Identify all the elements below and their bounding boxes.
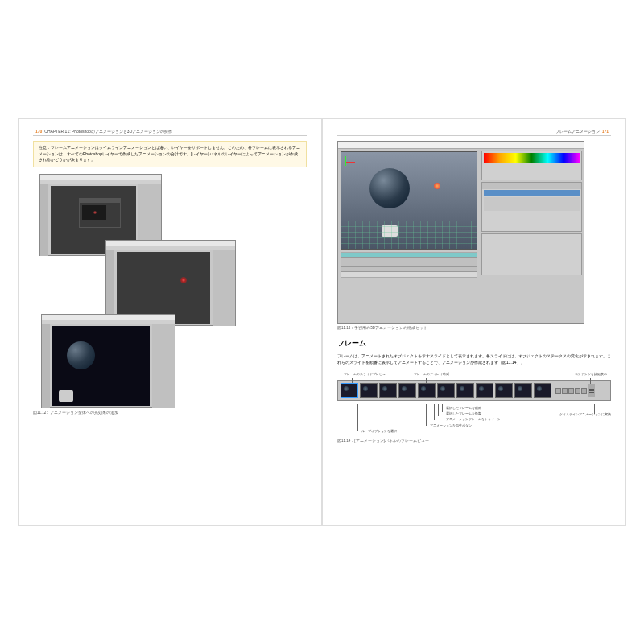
screenshot-3 xyxy=(41,314,175,408)
caption-r2: 図11.14：[アニメーション]パネルのフレームビュー xyxy=(337,439,611,443)
label-delete: 選択したフレームを削除 xyxy=(446,406,481,410)
star-icon xyxy=(434,183,440,189)
frame-thumb[interactable] xyxy=(495,383,513,398)
label-loop: ループオプションを選択 xyxy=(361,429,397,433)
axis-icon xyxy=(345,156,357,168)
frame-thumb[interactable] xyxy=(360,383,378,398)
timeline-panel xyxy=(341,252,477,278)
heading-frame: フレーム xyxy=(337,338,611,349)
frame-strip xyxy=(337,380,611,401)
body-text: フレームは、アニメートされたオブジェクトを示すスライドとして表示されます。各スラ… xyxy=(337,353,611,365)
frame-thumb[interactable] xyxy=(398,383,416,398)
page-num-right: 171 xyxy=(602,129,609,134)
screenshot-2 xyxy=(105,240,236,326)
viewport-3d xyxy=(341,151,477,250)
frame-thumb[interactable] xyxy=(476,383,493,398)
grid-icon xyxy=(341,221,477,249)
section-title: フレームアニメーション xyxy=(555,129,600,134)
label-dup: 選択したフレームを複製 xyxy=(446,411,481,415)
note-box: 注意：フレームアニメーションはタイムラインアニメーションとは違い、レイヤーをサポ… xyxy=(33,141,307,167)
frame-thumb[interactable] xyxy=(418,383,436,398)
header-right: フレームアニメーション 171 xyxy=(337,129,611,136)
label-tween: アニメーションフレームをトゥイーン xyxy=(446,417,501,421)
label-play: アニメーションを再生ボタン xyxy=(430,423,472,427)
menu-icon[interactable] xyxy=(588,384,595,397)
page-right: フレームアニメーション 171 xyxy=(323,119,625,525)
frame-thumb[interactable] xyxy=(456,383,474,398)
planet-icon xyxy=(369,168,410,208)
frame-thumb[interactable] xyxy=(437,383,455,398)
frame-thumb[interactable] xyxy=(514,383,532,398)
header-left: 170 CHAPTER 11: Photoshopのアニメーションと3Dアニメー… xyxy=(33,129,307,136)
frame-thumb[interactable] xyxy=(534,383,551,398)
label-convert: タイムラインアニメーションに変換 xyxy=(559,412,611,416)
playback-buttons[interactable] xyxy=(555,388,587,394)
chapter-title: CHAPTER 11: Photoshopのアニメーションと3Dアニメーションの… xyxy=(44,129,172,134)
page-num-left: 170 xyxy=(35,129,42,134)
properties-panel xyxy=(481,233,582,275)
layers-panel xyxy=(481,182,582,232)
caption-left: 図11.12：アニメーション全体への光効果の追加 xyxy=(33,411,307,415)
label-preview: フレームのスライドプレビュー xyxy=(344,372,389,376)
caption-r1: 図11.13：予習用の3Dアニメーションの構成セット xyxy=(337,326,611,330)
frame-thumb[interactable] xyxy=(341,383,358,398)
frame-thumb[interactable] xyxy=(379,383,397,398)
screenshot-3d xyxy=(337,141,584,324)
page-left: 170 CHAPTER 11: Photoshopのアニメーションと3Dアニメー… xyxy=(19,119,321,525)
color-panel xyxy=(481,151,582,180)
label-delay: フレームのディレイ時間 xyxy=(414,372,449,376)
timeline-diagram: フレームのスライドプレビュー フレームのディレイ時間 コンテンツを詳細表示 xyxy=(337,380,611,436)
label-detail: コンテンツを詳細表示 xyxy=(575,372,607,376)
